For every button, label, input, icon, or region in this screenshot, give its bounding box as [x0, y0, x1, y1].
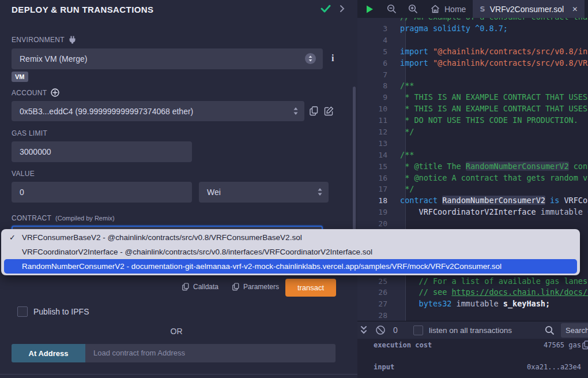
- terminal-toolbar: 0 listen on all transactions: [357, 321, 588, 339]
- tab-home[interactable]: Home: [424, 0, 473, 18]
- code-area[interactable]: // An example of a consumer contract tha…: [357, 18, 588, 321]
- panel-expand-chevron-icon[interactable]: [340, 5, 345, 13]
- check-icon: ✓: [9, 230, 16, 245]
- code-line-18[interactable]: 18contract RandomNumberConsumerV2 is VRF…: [357, 195, 588, 207]
- select-arrows-icon: [293, 107, 299, 115]
- terminal-body: execution cost47565 gasinput0xa21...a23e…: [357, 339, 588, 378]
- copy-icon: [232, 283, 239, 291]
- listen-all-checkbox[interactable]: [413, 325, 423, 335]
- code-line-8[interactable]: 8/**: [357, 80, 588, 92]
- copy-account-icon[interactable]: [310, 106, 318, 116]
- zoom-in-icon[interactable]: [402, 0, 424, 18]
- account-label: ACCOUNT: [12, 88, 59, 97]
- pending-tx-count: 0: [393, 325, 398, 335]
- account-select[interactable]: 0x5B3...eddC4 (99.999999999997374068 eth…: [12, 101, 304, 121]
- terminal-collapse-icon[interactable]: [360, 325, 368, 335]
- editor-pane: Home S VRFv2Consumer.sol ✕ // An example…: [357, 0, 588, 378]
- code-line-16[interactable]: 16 * @notice A contract that gets random…: [357, 173, 588, 184]
- parameters-button[interactable]: Parameters: [232, 283, 279, 291]
- publish-ipfs-label: Publish to IPFS: [33, 307, 89, 316]
- terminal-search-icon: [545, 325, 555, 335]
- code-line-6[interactable]: 6import "@chainlink/contracts/src/v0.8/V…: [357, 58, 588, 69]
- compile-success-check-icon: [320, 4, 331, 13]
- close-tab-icon[interactable]: ✕: [572, 5, 578, 13]
- terminal-search-input[interactable]: [561, 323, 588, 338]
- code-line-10[interactable]: 10 * THIS IS AN EXAMPLE CONTRACT THAT US…: [357, 103, 588, 115]
- code-line-17[interactable]: 17 */: [357, 184, 588, 195]
- contract-option[interactable]: RandomNumberConsumerV2 - documentation-g…: [4, 259, 577, 274]
- copy-icon: [182, 283, 189, 291]
- value-unit-select[interactable]: Wei: [199, 182, 329, 203]
- at-address-button[interactable]: At Address: [12, 344, 85, 362]
- contract-dropdown-popup: ✓VRFConsumerBaseV2 - @chainlink/contract…: [1, 229, 580, 275]
- environment-select[interactable]: Remix VM (Merge): [12, 48, 323, 69]
- panel-divider: [0, 374, 357, 375]
- code-line-19[interactable]: 19 VRFCoordinatorV2Interface immutable C…: [357, 207, 588, 218]
- listen-all-label: listen on all transactions: [429, 326, 512, 335]
- deploy-action-row: Calldata Parameters transact: [0, 279, 336, 297]
- terminal-row: execution cost47565 gas: [374, 341, 581, 350]
- code-line-3[interactable]: 3pragma solidity ^0.8.7;: [357, 23, 588, 35]
- code-line-26[interactable]: 26 // see https://docs.chain.link/docs/v…: [357, 287, 588, 298]
- contract-option[interactable]: ✓VRFConsumerBaseV2 - @chainlink/contract…: [4, 230, 577, 245]
- publish-ipfs-checkbox[interactable]: [17, 306, 28, 317]
- editor-tab-bar: Home S VRFv2Consumer.sol ✕: [357, 0, 588, 18]
- info-icon[interactable]: i: [331, 53, 334, 63]
- value-unit: Wei: [207, 188, 221, 197]
- gas-limit-input[interactable]: [12, 141, 192, 162]
- code-line-2[interactable]: // An example of a consumer contract tha…: [357, 18, 588, 23]
- at-address-input[interactable]: [85, 344, 336, 362]
- environment-label: ENVIRONMENT: [12, 36, 76, 44]
- panel-title: DEPLOY & RUN TRANSACTIONS: [12, 5, 153, 14]
- edit-account-icon[interactable]: [324, 106, 334, 116]
- value-label: VALUE: [12, 170, 35, 178]
- code-line-12[interactable]: 12 */: [357, 126, 588, 138]
- zoom-out-icon[interactable]: [381, 0, 402, 18]
- code-line-5[interactable]: 5import "@chainlink/contracts/src/v0.8/i…: [357, 46, 588, 58]
- select-arrows-icon: [317, 188, 323, 196]
- home-icon: [431, 5, 440, 13]
- tab-vrfv2consumer[interactable]: S VRFv2Consumer.sol ✕: [473, 0, 585, 18]
- or-divider-label: OR: [0, 327, 353, 336]
- code-line-25[interactable]: 25 // For a list of available gas lanes …: [357, 276, 588, 287]
- gas-limit-label: GAS LIMIT: [12, 129, 47, 137]
- updown-circle-icon: [305, 53, 316, 64]
- code-line-9[interactable]: 9 * THIS IS AN EXAMPLE CONTRACT THAT USE…: [357, 92, 588, 103]
- run-script-icon[interactable]: [357, 0, 381, 18]
- code-line-13[interactable]: 13: [357, 138, 588, 149]
- solidity-file-icon: S: [480, 5, 485, 13]
- contract-label: CONTRACT (Compiled by Remix): [12, 214, 115, 222]
- code-line-14[interactable]: 14/**: [357, 149, 588, 161]
- code-line-27[interactable]: 27 bytes32 immutable s_keyHash;: [357, 298, 588, 310]
- terminal-row: input0xa21...a23e4: [374, 363, 581, 372]
- calldata-button[interactable]: Calldata: [182, 283, 218, 291]
- environment-value: Remix VM (Merge): [20, 54, 87, 63]
- transact-button[interactable]: transact: [285, 279, 336, 297]
- code-line-11[interactable]: 11 * DO NOT USE THIS CODE IN PRODUCTION.: [357, 115, 588, 126]
- value-input[interactable]: [12, 182, 192, 203]
- code-line-15[interactable]: 15 * @title The RandomNumberConsumerV2 c…: [357, 161, 588, 173]
- vm-badge: VM: [12, 72, 28, 82]
- plug-icon: [69, 36, 76, 44]
- clear-console-icon[interactable]: [375, 325, 386, 335]
- code-line-7[interactable]: 7: [357, 69, 588, 81]
- tab-file-label: VRFv2Consumer.sol: [490, 5, 564, 14]
- plus-circle-icon[interactable]: [51, 88, 59, 97]
- code-line-28[interactable]: 28: [357, 310, 588, 321]
- code-line-20[interactable]: 20: [357, 218, 588, 230]
- copy-icon[interactable]: [582, 340, 588, 350]
- contract-option[interactable]: VRFCoordinatorV2Interface - @chainlink/c…: [4, 245, 577, 259]
- account-value: 0x5B3...eddC4 (99.999999999997374068 eth…: [20, 107, 193, 116]
- remix-ide: DEPLOY & RUN TRANSACTIONS ENVIRONMENT Re…: [0, 0, 588, 378]
- deploy-run-panel: DEPLOY & RUN TRANSACTIONS ENVIRONMENT Re…: [0, 0, 357, 378]
- tab-home-label: Home: [444, 5, 466, 14]
- code-line-4[interactable]: 4: [357, 35, 588, 46]
